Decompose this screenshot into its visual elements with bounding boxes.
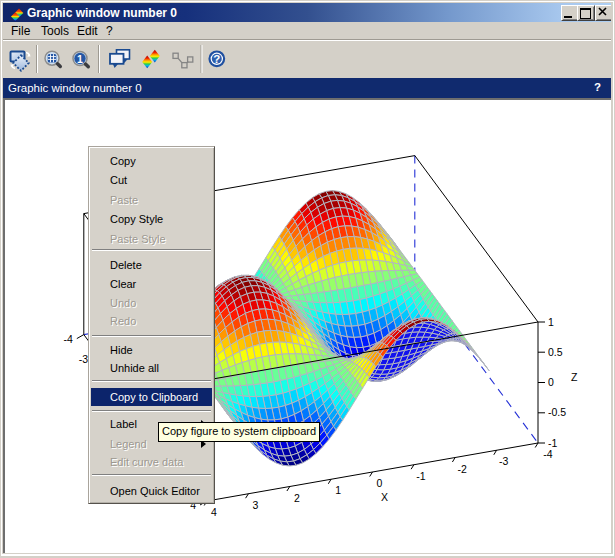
svg-text:1: 1 xyxy=(335,484,341,496)
svg-text:-4: -4 xyxy=(543,448,552,460)
svg-text:-2: -2 xyxy=(458,463,467,475)
svg-text:-0.5: -0.5 xyxy=(548,406,566,418)
svg-text:-4: -4 xyxy=(63,333,72,345)
svg-text:0.5: 0.5 xyxy=(548,346,563,358)
svg-text:Z: Z xyxy=(571,371,578,383)
svg-text:2: 2 xyxy=(294,492,300,504)
svg-text:-3: -3 xyxy=(79,353,88,365)
svg-text:X: X xyxy=(381,491,388,503)
svg-text:4: 4 xyxy=(211,506,217,518)
svg-text:0: 0 xyxy=(548,376,554,388)
svg-text:-1: -1 xyxy=(548,437,557,449)
svg-text:-1: -1 xyxy=(416,470,425,482)
svg-text:-3: -3 xyxy=(499,455,508,467)
svg-text:0: 0 xyxy=(377,477,383,489)
svg-text:3: 3 xyxy=(252,499,258,511)
svg-text:1: 1 xyxy=(548,316,554,328)
